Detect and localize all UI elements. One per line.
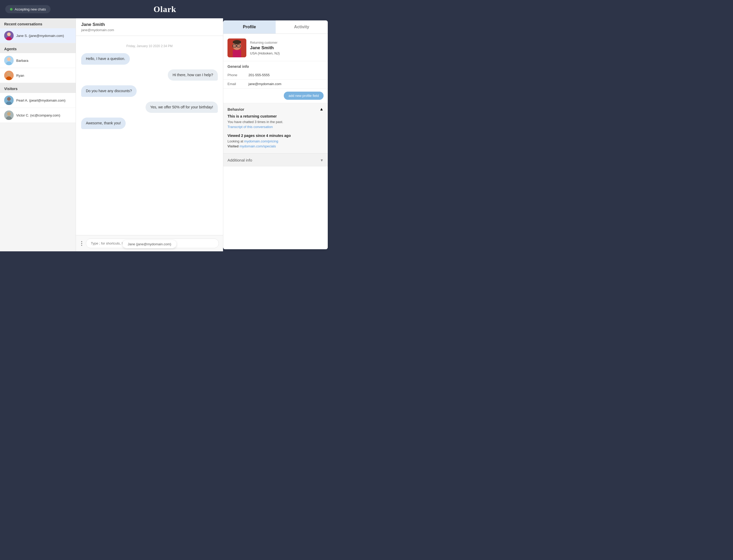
customer-location: USA (Hoboken, NJ): [250, 51, 280, 55]
chatted-text: You have chatted 3 times in the past.: [227, 120, 324, 124]
customer-header: Returning customer Jane Smith USA (Hobok…: [223, 34, 328, 61]
svg-rect-17: [233, 50, 241, 57]
customer-name: Jane Smith: [250, 45, 280, 51]
behavior-header: Behavior ▲: [223, 103, 328, 114]
svg-point-1: [7, 32, 11, 36]
chat-contact-email: jane@mydomain.com: [81, 28, 218, 32]
additional-info-section: Additional info ▼: [223, 153, 328, 167]
sidebar-item-ryan[interactable]: Ryan: [0, 68, 76, 83]
dot: [81, 243, 82, 244]
tab-profile[interactable]: Profile: [223, 20, 276, 34]
svg-point-4: [7, 57, 11, 61]
sidebar-item-text-jane: Jane S. (jane@mydomain.com): [16, 34, 64, 38]
svg-point-10: [7, 97, 11, 101]
customer-info: Returning customer Jane Smith USA (Hobok…: [250, 41, 280, 55]
additional-info-header[interactable]: Additional info ▼: [223, 154, 328, 167]
svg-point-21: [233, 40, 241, 44]
transcript-text: Transcript of this conversation: [227, 125, 324, 129]
chevron-down-icon: ▼: [320, 158, 324, 162]
profile-panel: Profile Activity: [223, 20, 328, 249]
sidebar: Recent conversations Jane S. (jane@mydom…: [0, 18, 76, 251]
visited-row: Visited mydomain.com/specials: [227, 144, 324, 148]
message-row: Awesome, thank you!: [81, 118, 218, 129]
avatar-ryan: [4, 71, 14, 80]
profile-tabs: Profile Activity: [223, 20, 328, 34]
phone-label: Phone: [227, 73, 248, 77]
chat-contact-name: Jane Smith: [81, 22, 218, 27]
sidebar-item-barbara[interactable]: Barbara: [0, 53, 76, 68]
behavior-title: Behavior: [227, 107, 244, 112]
looking-at-label: Looking at: [227, 139, 244, 143]
app-header: Accepting new chats Olark: [0, 0, 330, 18]
phone-row: Phone 201-555-5555: [223, 71, 328, 80]
status-badge[interactable]: Accepting new chats: [5, 5, 51, 13]
sidebar-item-pearl[interactable]: Pearl A. (pearl@mydomain.com): [0, 93, 76, 108]
email-row: Email jane@mydomain.com: [223, 80, 328, 88]
message-row: Hi there, how can I help?: [81, 69, 218, 81]
app-logo: Olark: [154, 4, 176, 14]
email-value: jane@mydomain.com: [248, 82, 281, 86]
message-row: Hello, I have a question.: [81, 53, 218, 65]
sidebar-item-text-victor: Victor C. (vc@company.com): [16, 113, 60, 117]
status-dot-icon: [10, 8, 13, 10]
add-field-container: add new profile field: [223, 88, 328, 103]
footer-tooltip: Jane (jane@mydomain.com): [123, 240, 176, 248]
chat-header: Jane Smith jane@mydomain.com: [76, 18, 223, 36]
chat-area: Jane Smith jane@mydomain.com Friday, Jan…: [76, 18, 223, 251]
avatar-victor: [4, 110, 14, 120]
status-label: Accepting new chats: [15, 7, 46, 11]
viewed-title: Viewed 2 pages since 4 minutes ago: [227, 134, 324, 138]
customer-avatar-image: [227, 38, 246, 57]
add-field-button[interactable]: add new profile field: [284, 92, 324, 100]
profile-content: Returning customer Jane Smith USA (Hobok…: [223, 34, 328, 249]
returning-customer-title: This is a returning customer: [227, 114, 324, 118]
chat-date-divider: Friday, January 10 2020 2:34 PM: [81, 44, 218, 48]
visited-label: Visited: [227, 144, 240, 148]
message-bubble: Awesome, thank you!: [81, 118, 126, 129]
chat-messages: Friday, January 10 2020 2:34 PM Hello, I…: [76, 36, 223, 235]
collapse-icon[interactable]: ▲: [319, 107, 324, 112]
behavior-content: This is a returning customer You have ch…: [223, 114, 328, 153]
behavior-section: Behavior ▲ This is a returning customer …: [223, 103, 328, 153]
sidebar-item-victor[interactable]: Victor C. (vc@company.com): [0, 108, 76, 123]
recent-conversations-label: Recent conversations: [0, 18, 76, 28]
avatar-barbara: [4, 56, 14, 65]
dot: [81, 241, 82, 242]
viewed-subsection: Viewed 2 pages since 4 minutes ago Looki…: [227, 134, 324, 148]
returning-label: Returning customer: [250, 41, 280, 45]
message-bubble: Hi there, how can I help?: [168, 69, 218, 81]
additional-info-title: Additional info: [227, 158, 252, 162]
agents-label: Agents: [0, 43, 76, 53]
looking-at-row: Looking at mydomain.com/pricing: [227, 139, 324, 143]
tab-activity[interactable]: Activity: [276, 20, 328, 34]
email-label: Email: [227, 82, 248, 86]
main-container: Recent conversations Jane S. (jane@mydom…: [0, 18, 330, 251]
sidebar-item-jane[interactable]: Jane S. (jane@mydomain.com): [0, 28, 76, 43]
sidebar-item-text-ryan: Ryan: [16, 74, 24, 77]
message-bubble: Yes, we offer 50% off for your birthday!: [146, 102, 218, 113]
dot: [81, 245, 82, 246]
message-row: Do you have any discounts?: [81, 85, 218, 97]
svg-point-7: [7, 72, 11, 76]
avatar-jane: [4, 31, 14, 40]
general-info-label: General info: [223, 61, 328, 71]
sidebar-item-text-barbara: Barbara: [16, 59, 28, 63]
customer-avatar: [227, 38, 246, 57]
message-bubble: Do you have any discounts?: [81, 85, 137, 97]
sidebar-item-text-pearl: Pearl A. (pearl@mydomain.com): [16, 98, 65, 102]
message-bubble: Hello, I have a question.: [81, 53, 130, 65]
transcript-link[interactable]: Transcript of this conversation: [227, 125, 273, 129]
looking-at-link[interactable]: mydomain.com/pricing: [244, 139, 278, 143]
avatar-pearl: [4, 96, 14, 105]
phone-value: 201-555-5555: [248, 73, 270, 77]
svg-point-13: [7, 112, 11, 116]
visitors-label: Visitors: [0, 83, 76, 93]
message-row: Yes, we offer 50% off for your birthday!: [81, 102, 218, 113]
visited-link[interactable]: mydomain.com/specials: [240, 144, 276, 148]
menu-dots-icon[interactable]: [80, 240, 83, 247]
